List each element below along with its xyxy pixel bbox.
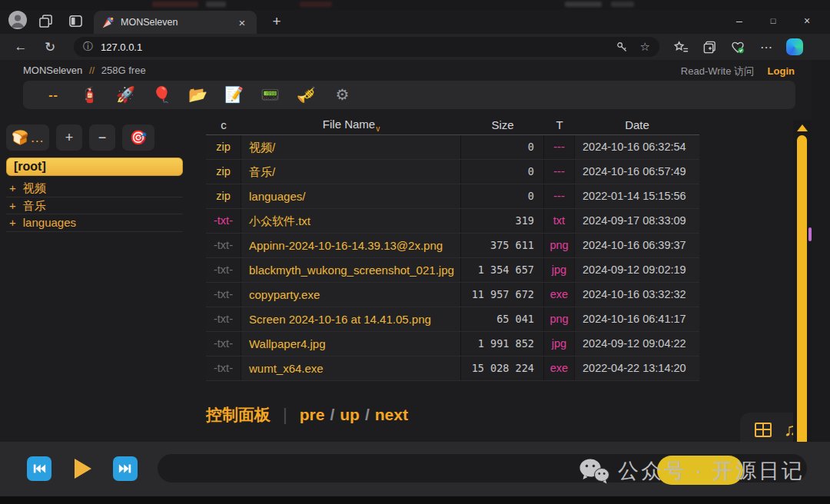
tab-close-icon[interactable]: ×	[235, 16, 249, 29]
bread-icon: 🍞	[12, 129, 28, 146]
compression-link[interactable]: -txt-	[206, 209, 241, 233]
table-row[interactable]: -txt- wumt_x64.exe 15 028 224 exe 2022-0…	[206, 356, 699, 381]
expand-icon[interactable]: +	[9, 216, 16, 229]
collections-icon[interactable]	[699, 38, 720, 56]
file-name-link[interactable]: Screen 2024-10-16 at 14.41.05.png	[241, 307, 461, 331]
file-name-link[interactable]: 视频/	[241, 135, 461, 159]
file-name-link[interactable]: copyparty.exe	[241, 283, 461, 307]
table-row[interactable]: -txt- Screen 2024-10-16 at 14.41.05.png …	[206, 307, 699, 332]
up-link[interactable]: up	[340, 406, 360, 423]
minimize-button[interactable]: –	[722, 10, 756, 32]
file-date: 2024-09-17 08:33:09	[575, 209, 699, 233]
compression-link[interactable]: -txt-	[206, 258, 241, 282]
file-name-link[interactable]: blackmyth_wukong_screenshot_021.jpg	[241, 258, 461, 282]
file-name-link[interactable]: 小众软件.txt	[241, 209, 461, 233]
dashes-icon[interactable]: --	[35, 81, 71, 109]
tree-item[interactable]: +音乐	[6, 197, 183, 215]
collapse-tree-button[interactable]: −	[89, 124, 115, 151]
favorite-star-icon[interactable]: ☆	[640, 40, 650, 54]
password-key-icon[interactable]	[616, 41, 628, 53]
column-header-type[interactable]: T	[544, 118, 575, 131]
expand-icon[interactable]: +	[9, 181, 16, 194]
rocket-icon[interactable]: 🚀	[108, 81, 144, 109]
table-row[interactable]: -txt- blackmyth_wukong_screenshot_021.jp…	[206, 258, 699, 283]
play-button[interactable]	[68, 456, 93, 481]
address-bar[interactable]: ⓘ 127.0.0.1 ☆	[74, 37, 659, 57]
compression-link[interactable]: zip	[206, 135, 241, 159]
browser-tab[interactable]: MONSeleven ×	[94, 11, 257, 34]
column-header-filename[interactable]: File Namev	[241, 118, 461, 133]
table-row[interactable]: zip 视频/ 0 --- 2024-10-16 06:32:54	[206, 135, 699, 160]
folder-icon[interactable]: 📂	[180, 81, 216, 109]
file-name-link[interactable]: wumt_x64.exe	[241, 356, 461, 380]
dart-icon[interactable]: 🎯	[122, 124, 154, 151]
site-favicon-icon	[101, 16, 115, 29]
close-button[interactable]: ×	[790, 10, 824, 32]
compression-link[interactable]: -txt-	[206, 307, 241, 331]
file-name-link[interactable]: languages/	[241, 184, 461, 208]
trumpet-icon[interactable]: 🎺	[288, 81, 324, 109]
wechat-icon	[578, 457, 610, 485]
browser-essentials-icon[interactable]	[727, 38, 749, 56]
refresh-icon[interactable]: ↻	[38, 39, 61, 55]
file-type: exe	[544, 283, 575, 307]
gear-icon[interactable]: ⚙	[324, 81, 360, 109]
compression-link[interactable]: zip	[206, 184, 241, 208]
login-link[interactable]: Login	[768, 65, 795, 77]
table-row[interactable]: -txt- 小众软件.txt 319 txt 2024-09-17 08:33:…	[206, 209, 699, 234]
compression-link[interactable]: -txt-	[206, 234, 241, 257]
back-icon[interactable]: ←	[9, 39, 32, 55]
watermark-text: 公众号 · 开源日记	[618, 457, 805, 485]
pre-link[interactable]: pre	[300, 406, 325, 423]
next-link[interactable]: next	[375, 406, 408, 423]
column-header-date[interactable]: Date	[575, 118, 699, 131]
memo-icon[interactable]: 📝	[216, 81, 252, 109]
profile-avatar[interactable]	[8, 11, 27, 29]
file-name-link[interactable]: Appinn-2024-10-16-14.39.13@2x.png	[241, 234, 461, 257]
previous-track-button[interactable]	[27, 456, 51, 481]
expand-icon[interactable]: +	[9, 199, 16, 212]
tree-item[interactable]: +视频	[6, 180, 183, 197]
url-text[interactable]: 127.0.0.1	[101, 41, 616, 53]
column-header-size[interactable]: Size	[461, 118, 544, 131]
pager-icon[interactable]: 📟	[252, 81, 288, 109]
table-row[interactable]: -txt- Wallpaper4.jpg 1 991 852 jpg 2024-…	[206, 332, 699, 356]
scroll-up-icon[interactable]	[797, 124, 808, 131]
sort-indicator-icon: v	[376, 124, 380, 133]
file-name-link[interactable]: 音乐/	[241, 160, 461, 184]
site-info-icon[interactable]: ⓘ	[83, 40, 93, 54]
compression-link[interactable]: zip	[206, 160, 241, 184]
next-track-button[interactable]	[113, 456, 138, 481]
tab-actions-icon[interactable]	[67, 12, 84, 29]
compression-link[interactable]: -txt-	[206, 332, 241, 356]
control-panel-link[interactable]: 控制面板	[206, 404, 271, 426]
table-row[interactable]: zip 音乐/ 0 --- 2024-10-16 06:57:49	[206, 160, 699, 184]
copilot-icon[interactable]	[784, 38, 805, 56]
grid-view-icon[interactable]	[755, 423, 772, 437]
workspaces-icon[interactable]	[37, 12, 54, 29]
table-row[interactable]: -txt- Appinn-2024-10-16-14.39.13@2x.png …	[206, 234, 699, 258]
tree-item[interactable]: +languages	[6, 214, 183, 232]
file-type: txt	[544, 209, 575, 233]
nav-right-icons: ⋯	[670, 38, 805, 56]
file-size: 1 354 657	[461, 258, 544, 282]
file-name-link[interactable]: Wallpaper4.jpg	[241, 332, 461, 356]
more-menu-icon[interactable]: ⋯	[755, 38, 777, 56]
site-name[interactable]: MONSeleven	[23, 65, 82, 76]
favorites-bar-icon[interactable]	[670, 38, 692, 56]
maximize-button[interactable]: □	[756, 10, 790, 32]
table-row[interactable]: zip languages/ 0 --- 2022-01-14 15:15:56	[206, 184, 699, 209]
compression-link[interactable]: -txt-	[206, 283, 241, 307]
new-tab-button[interactable]: +	[267, 13, 286, 30]
table-row[interactable]: -txt- copyparty.exe 11 957 672 exe 2024-…	[206, 283, 699, 307]
column-header-c[interactable]: c	[206, 118, 241, 131]
file-date: 2024-10-16 06:39:37	[575, 234, 699, 257]
volume-menu-button[interactable]: 🍞 …	[6, 124, 49, 151]
expand-tree-button[interactable]: +	[56, 124, 82, 151]
fire-extinguisher-icon[interactable]: 🧯	[71, 81, 108, 109]
sidebar-item-root[interactable]: [root]	[6, 158, 183, 176]
sidebar: 🍞 … + − 🎯 [root] +视频 +音乐	[0, 115, 197, 444]
compression-link[interactable]: -txt-	[206, 356, 241, 380]
balloon-icon[interactable]: 🎈	[144, 81, 180, 109]
free-space-label: 258G free	[101, 65, 146, 76]
